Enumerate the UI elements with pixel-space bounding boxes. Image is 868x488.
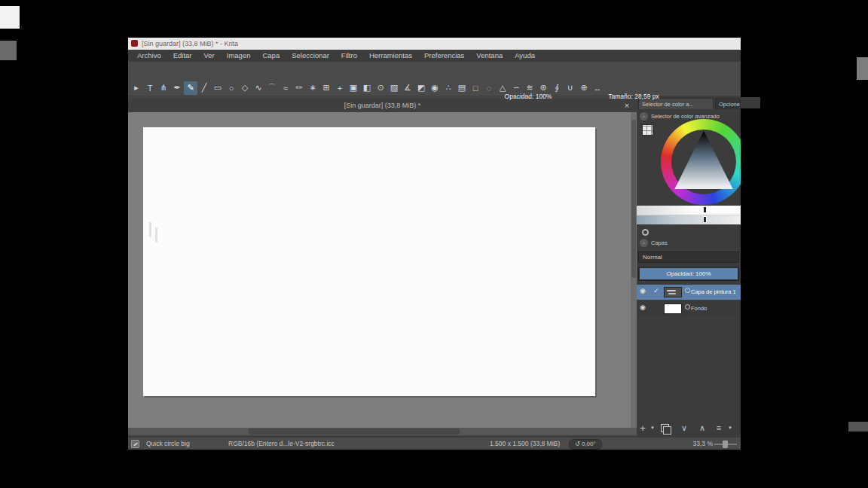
layers-docker-title: Capas <box>651 238 740 249</box>
tool-freehand-brush[interactable]: ✎ <box>184 81 197 95</box>
status-bar: Quick circle big RGB/16b (Entero d...le-… <box>128 437 741 450</box>
tool-select-shapes[interactable]: ▸ <box>130 81 143 95</box>
gif-artifact <box>848 422 868 432</box>
tool-smart-patch[interactable]: ▨ <box>387 81 401 95</box>
tool-ellipse[interactable]: ○ <box>225 81 238 95</box>
tool-rectangular-select[interactable]: □ <box>469 81 482 95</box>
move-layer-down-button[interactable]: ∨ <box>675 423 693 433</box>
tool-calligraphy[interactable]: ✒ <box>170 81 184 95</box>
canvas-smudge <box>155 227 157 242</box>
krita-app-icon <box>131 40 138 47</box>
rotate-icon: ↺ <box>575 441 580 447</box>
layer-visibility-icon[interactable]: ◉ <box>640 303 646 311</box>
vertical-scrollbar-thumb[interactable] <box>631 120 636 278</box>
menu-item[interactable]: Seleccionar <box>286 50 335 62</box>
layer-row-background[interactable]: ◉ Fondo <box>637 301 741 316</box>
brush-preset-name[interactable]: Quick circle big <box>146 438 222 450</box>
layer-visibility-icon[interactable]: ◉ <box>640 287 646 294</box>
tool-transform[interactable]: ⊞ <box>319 81 333 95</box>
tool-reference-images[interactable]: ▤ <box>455 81 469 95</box>
krita-window: [Sin guardar] (33,8 MiB) * - Krita Archi… <box>128 38 741 450</box>
tool-bezier-curve[interactable]: ⌒ <box>265 81 279 95</box>
tool-measure[interactable]: ∡ <box>401 81 414 95</box>
horizontal-scrollbar[interactable] <box>128 428 637 435</box>
horizontal-scrollbar-thumb[interactable] <box>249 429 460 435</box>
canvas-smudge <box>149 222 151 237</box>
color-slider-light[interactable] <box>637 205 741 215</box>
tool-crop[interactable]: ▣ <box>347 81 360 95</box>
color-docker-header: ◦ Selector de color avanzado <box>640 111 739 122</box>
tool-magnetic-select[interactable]: ∪ <box>564 81 577 95</box>
layer-check-icon[interactable]: ✓ <box>653 287 659 294</box>
vertical-scrollbar[interactable] <box>631 112 637 428</box>
tool-assistants[interactable]: ∴ <box>442 81 455 95</box>
add-layer-button[interactable]: + <box>637 422 649 434</box>
menu-item[interactable]: Ayuda <box>509 50 541 62</box>
layer-actions-bar: + ▾ ∨ ∧ ≡ ▾ <box>637 420 741 435</box>
tool-line[interactable]: ╱ <box>197 81 211 95</box>
layer-opacity-slider[interactable]: Opacidad: 100% <box>638 267 739 281</box>
document-titlebar[interactable]: [Sin guardar] (33,8 MiB) * × <box>128 99 637 112</box>
tool-color-sampler[interactable]: ⊙ <box>374 81 387 95</box>
tab-options[interactable]: Opcione <box>715 98 741 109</box>
zoom-level-label[interactable]: 33,3 % <box>687 438 713 450</box>
tool-elliptical-select[interactable]: ◌ <box>482 81 496 95</box>
tool-dynamic-brush[interactable]: ✏ <box>292 81 306 95</box>
tool-edit-shapes[interactable]: ⋔ <box>157 81 170 95</box>
layer-badge-icon <box>685 304 690 310</box>
layer-badge-icon <box>685 288 690 293</box>
docker-menu-icon[interactable]: ◦ <box>640 239 648 247</box>
color-slider-handle[interactable] <box>703 206 707 213</box>
tool-pan[interactable]: ↔ <box>591 81 604 95</box>
canvas[interactable] <box>143 127 595 396</box>
color-slider-handle[interactable] <box>703 216 707 223</box>
canvas-rotation-indicator[interactable]: ↺ 0,00° <box>569 439 602 450</box>
menu-item[interactable]: Capa <box>256 50 286 62</box>
krita-app-screenshot: [Sin guardar] (33,8 MiB) * - Krita Archi… <box>0 0 868 488</box>
menu-item[interactable]: Ver <box>198 50 221 62</box>
tool-polyline[interactable]: ∿ <box>252 81 265 95</box>
chevron-down-icon[interactable]: ▾ <box>726 425 734 431</box>
layer-name[interactable]: Capa de pintura 1 <box>691 285 739 300</box>
gif-artifact <box>0 41 17 60</box>
menu-item[interactable]: Herramientas <box>363 50 418 62</box>
menu-item[interactable]: Filtro <box>335 50 363 62</box>
docker-menu-icon[interactable]: ◦ <box>640 112 648 120</box>
tool-zoom[interactable]: ⊕ <box>577 81 591 95</box>
tool-rectangle[interactable]: ▭ <box>211 81 225 95</box>
color-history-button[interactable] <box>642 229 649 236</box>
tool-bezier-select[interactable]: ∮ <box>550 81 564 95</box>
layer-blending-mode-dropdown[interactable]: Normal <box>638 252 739 263</box>
layer-thumbnail[interactable] <box>664 287 682 297</box>
hue-ring[interactable] <box>661 119 741 205</box>
color-slider-shade[interactable] <box>637 215 741 224</box>
menu-item[interactable]: Preferencias <box>418 50 470 62</box>
tool-move[interactable]: + <box>333 81 347 95</box>
layer-name[interactable]: Fondo <box>691 301 739 316</box>
zoom-slider-thumb[interactable] <box>723 441 728 448</box>
canvas-area[interactable] <box>128 112 637 428</box>
tool-freehand-path[interactable]: ≈ <box>279 81 292 95</box>
menu-item[interactable]: Archivo <box>131 50 167 62</box>
tool-polygon[interactable]: ◇ <box>238 81 252 95</box>
chevron-down-icon[interactable]: ▾ <box>649 425 656 431</box>
layer-thumbnail[interactable] <box>664 303 682 314</box>
menu-item[interactable]: Imagen <box>221 50 257 62</box>
duplicate-layer-button[interactable] <box>661 424 669 432</box>
tool-text[interactable]: T <box>143 81 157 95</box>
document-title: [Sin guardar] (33,8 MiB) * <box>128 99 637 112</box>
layer-properties-button[interactable]: ≡ <box>711 423 726 432</box>
menu-item[interactable]: Editar <box>167 50 198 62</box>
move-layer-up-button[interactable]: ∧ <box>693 423 711 433</box>
tool-gradient[interactable]: ◧ <box>360 81 374 95</box>
layer-row-paint-layer[interactable]: ◉ ✓ Capa de pintura 1 <box>637 285 741 300</box>
color-profile-label[interactable]: RGB/16b (Entero d...le-V2-srgbtrc.icc <box>228 438 394 450</box>
close-icon[interactable]: × <box>622 99 632 112</box>
window-titlebar[interactable]: [Sin guardar] (33,8 MiB) * - Krita <box>128 38 741 50</box>
window-title: [Sin guardar] (33,8 MiB) * - Krita <box>142 38 518 50</box>
tool-fill[interactable]: ◩ <box>414 81 428 95</box>
menu-item[interactable]: Ventana <box>470 50 509 62</box>
tool-enclose-fill[interactable]: ◉ <box>428 81 442 95</box>
tool-multibrush[interactable]: ∗ <box>306 81 319 95</box>
color-selector-settings-button[interactable] <box>642 124 653 136</box>
